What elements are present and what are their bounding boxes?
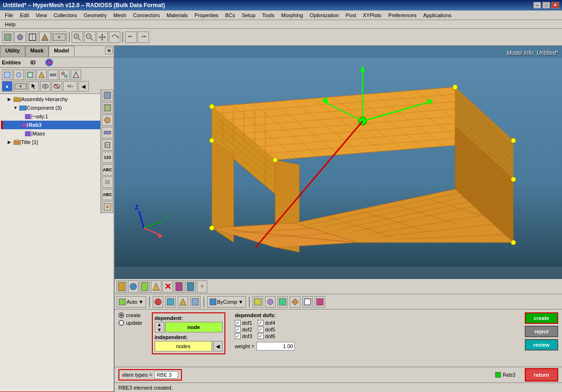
panel-close-button[interactable]: ✕ <box>105 47 113 54</box>
entity-btn-1[interactable] <box>2 70 12 80</box>
lv-btn-9[interactable]: ABC <box>102 189 113 200</box>
dof1-checkbox[interactable]: ✓ <box>235 320 241 326</box>
bt1-btn3[interactable] <box>139 280 150 293</box>
entity-btn-6[interactable] <box>59 70 70 80</box>
menu-applications[interactable]: Applications <box>420 11 454 19</box>
dof2-checkbox[interactable]: ✓ <box>235 327 241 332</box>
bt2-btn3[interactable] <box>178 296 188 308</box>
menu-view[interactable]: View <box>33 11 50 19</box>
bt2-btn1[interactable] <box>153 296 163 308</box>
dependent-arrow-btn[interactable]: ▲▼ <box>155 322 164 332</box>
radio-update-btn[interactable] <box>118 320 124 326</box>
review-button[interactable]: review <box>525 339 558 351</box>
lv-btn-8[interactable] <box>102 176 113 188</box>
entity-btn-num[interactable]: ◀ <box>78 81 89 92</box>
toolbar-btn-zoom[interactable] <box>72 31 83 43</box>
entity-btn-eye[interactable] <box>40 81 51 92</box>
entity-btn-3[interactable] <box>25 70 35 80</box>
lv-btn-4[interactable] <box>102 127 113 138</box>
toolbar-btn-pan[interactable] <box>96 31 108 43</box>
toolbar-btn-1[interactable] <box>2 31 13 43</box>
tab-model[interactable]: Model <box>49 46 74 57</box>
viewport[interactable]: Model Info: Untitled* <box>115 46 562 279</box>
color-picker-icon[interactable] <box>45 59 53 66</box>
bt2-btn4[interactable] <box>190 296 201 308</box>
lv-btn-2[interactable] <box>102 102 113 113</box>
toolbar-btn-2[interactable] <box>14 31 26 43</box>
bt2-btn2[interactable] <box>165 296 176 308</box>
entity-btn-7[interactable] <box>71 70 81 80</box>
tab-utility[interactable]: Utility <box>0 46 25 57</box>
radio-create[interactable]: create <box>118 312 142 318</box>
bt2-btn10[interactable] <box>315 296 325 308</box>
bt1-btn4[interactable] <box>151 280 161 293</box>
bt1-btn2[interactable] <box>128 280 138 293</box>
entity-btn-eye2[interactable] <box>52 81 62 92</box>
menu-mesh[interactable]: Mesh <box>111 11 129 19</box>
reject-button[interactable]: reject <box>525 326 558 337</box>
bt2-btn5[interactable] <box>253 296 263 308</box>
toolbar-btn-undo[interactable] <box>125 31 137 43</box>
toolbar-btn-5[interactable]: ▼ <box>52 31 67 43</box>
menu-morphing[interactable]: Morphing <box>278 11 306 19</box>
menu-optimization[interactable]: Optimization <box>307 11 342 19</box>
bt2-btn8[interactable] <box>290 296 300 308</box>
minimize-button[interactable]: – <box>533 2 541 9</box>
bt1-btn5[interactable] <box>174 280 184 293</box>
toolbar-btn-zoomout[interactable] <box>84 31 95 43</box>
menu-bcs[interactable]: BCs <box>223 11 238 19</box>
create-button[interactable]: create <box>525 312 558 324</box>
menu-connectors[interactable]: Connectors <box>130 11 162 19</box>
lv-btn-6[interactable]: 123 <box>102 152 113 163</box>
dof4-checkbox[interactable]: ✓ <box>258 320 264 326</box>
entity-btn-color[interactable]: ■ <box>2 81 12 92</box>
menu-geometry[interactable]: Geometry <box>81 11 109 19</box>
bt1-btn7[interactable]: ? <box>197 280 207 293</box>
radio-update[interactable]: update <box>118 320 142 326</box>
menu-file[interactable]: File <box>2 11 16 19</box>
entity-btn-2[interactable] <box>13 70 24 80</box>
toolbar-btn-rotate[interactable] <box>109 31 120 43</box>
bt1-btn-delete[interactable]: ✕ <box>162 280 173 293</box>
bt2-btn6[interactable] <box>265 296 276 308</box>
dof5-checkbox[interactable]: ✓ <box>258 327 264 332</box>
entity-btn-dropdown[interactable]: ▼ <box>13 81 28 92</box>
lv-btn-1[interactable] <box>102 90 113 101</box>
menu-xyplots[interactable]: XYPlots <box>360 11 384 19</box>
bt2-btn7[interactable] <box>277 296 288 308</box>
toolbar-btn-3[interactable] <box>27 31 38 43</box>
tree-item-mass[interactable]: Mass 5 <box>1 129 113 138</box>
menu-help[interactable]: Help <box>2 21 19 28</box>
tab-mask[interactable]: Mask <box>25 46 49 57</box>
menu-preferences[interactable]: Preferences <box>385 11 419 19</box>
menu-collectors[interactable]: Collectors <box>51 11 80 19</box>
tree-item-title[interactable]: ▶ Title [1] <box>1 138 113 146</box>
lv-btn-7[interactable]: ABC <box>102 164 113 175</box>
bt1-btn1[interactable] <box>117 280 127 293</box>
independent-nodes-input[interactable]: nodes <box>155 341 212 351</box>
independent-nav-btn[interactable]: ◀ <box>213 341 223 351</box>
bycomp-dropdown[interactable]: ByComp ▼ <box>207 296 246 308</box>
radio-create-btn[interactable] <box>118 312 124 318</box>
tree-item-ody1[interactable]: ~ody.1 3 <box>1 112 113 121</box>
close-button[interactable]: ✕ <box>551 2 559 9</box>
dependent-node-input[interactable]: node <box>165 322 223 332</box>
tree-item-assembly-hierarchy[interactable]: ▶ Assembly Hierarchy <box>1 95 113 103</box>
entity-btn-4[interactable] <box>36 70 47 80</box>
lv-btn-3[interactable] <box>102 114 113 126</box>
entity-btn-plusminus[interactable]: +/− <box>63 81 77 92</box>
tree-item-component[interactable]: ▼ Component (3) <box>1 103 113 112</box>
toolbar-btn-4[interactable] <box>39 31 51 43</box>
bt1-btn6[interactable] <box>185 280 196 293</box>
menu-post[interactable]: Post <box>343 11 359 19</box>
menu-tools[interactable]: Tools <box>259 11 277 19</box>
lv-btn-5[interactable] <box>102 139 113 151</box>
entity-btn-5[interactable] <box>48 70 58 80</box>
maximize-button[interactable]: □ <box>542 2 550 9</box>
auto-dropdown[interactable]: Auto ▼ <box>117 296 146 308</box>
dof6-checkbox[interactable]: ✓ <box>258 333 264 339</box>
return-button[interactable]: return <box>525 368 558 382</box>
menu-properties[interactable]: Properties <box>191 11 221 19</box>
menu-materials[interactable]: Materials <box>164 11 191 19</box>
tree-item-reb3[interactable]: Reb3 4 <box>1 121 113 129</box>
